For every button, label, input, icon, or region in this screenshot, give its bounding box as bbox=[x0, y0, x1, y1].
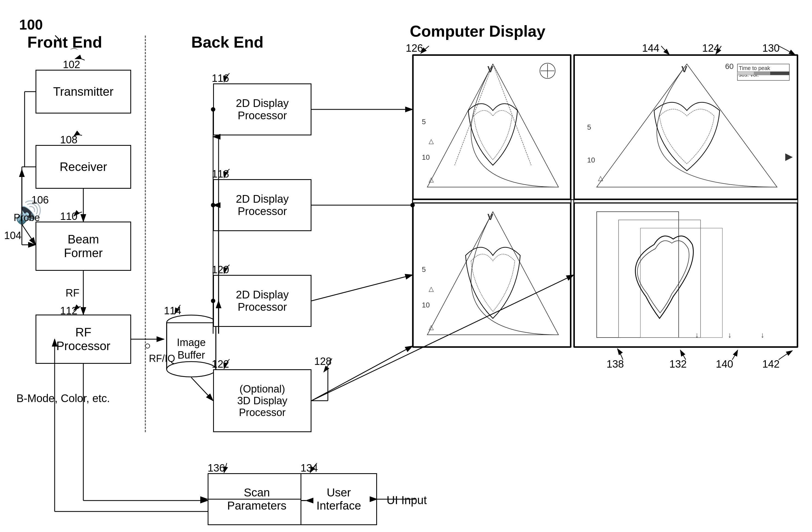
rf-label: RF bbox=[66, 287, 79, 299]
svg-text:10: 10 bbox=[422, 301, 430, 309]
transmitter-ref-arrow: ⌒ bbox=[70, 46, 78, 58]
svg-text:△: △ bbox=[429, 137, 434, 145]
svg-text:5: 5 bbox=[422, 117, 426, 126]
svg-text:V: V bbox=[681, 64, 687, 74]
display-panel-bottom-right-3d: ↓ ↓ ↓ bbox=[574, 202, 798, 347]
svg-line-40 bbox=[22, 224, 35, 245]
svg-text:▶: ▶ bbox=[785, 151, 793, 162]
svg-rect-21 bbox=[737, 72, 754, 75]
svg-text:V: V bbox=[488, 64, 493, 74]
display-panel-bottom-left: 5 10 V △ △ bbox=[412, 202, 571, 347]
svg-line-59 bbox=[311, 275, 412, 301]
svg-point-49 bbox=[145, 344, 150, 348]
ref-140-label: 140 bbox=[716, 358, 733, 370]
svg-text:10: 10 bbox=[587, 156, 595, 164]
svg-text:5: 5 bbox=[587, 123, 591, 131]
ref-128: 128 bbox=[314, 355, 331, 367]
scan-params-ref: 136 bbox=[208, 462, 225, 474]
beam-former-box: Beam Former bbox=[35, 222, 131, 271]
svg-text:10: 10 bbox=[422, 153, 430, 162]
display-3d-box: (Optional)3D DisplayProcessor bbox=[213, 369, 311, 432]
display-2d-3-box: 2D DisplayProcessor bbox=[213, 275, 311, 327]
svg-text:Time to peak: Time to peak bbox=[739, 65, 770, 71]
svg-text:V: V bbox=[488, 212, 493, 222]
svg-line-73 bbox=[311, 346, 412, 401]
svg-text:60: 60 bbox=[725, 62, 734, 71]
front-end-header: Front End bbox=[27, 33, 102, 51]
computer-display-header: Computer Display bbox=[410, 22, 545, 40]
display-2d-2-box: 2D DisplayProcessor bbox=[213, 179, 311, 231]
display-2d-1-box: 2D DisplayProcessor bbox=[213, 83, 311, 136]
ref-142-label: 142 bbox=[762, 358, 780, 370]
b-mode-label: B-Mode, Color, etc. bbox=[16, 391, 110, 405]
receiver-box: Receiver bbox=[35, 145, 131, 189]
scan-params-box: ScanParameters bbox=[208, 473, 306, 525]
svg-text:↓: ↓ bbox=[728, 331, 732, 339]
svg-text:△: △ bbox=[429, 323, 434, 331]
ref-138-label: 138 bbox=[607, 358, 624, 370]
transmitter-ref: 102 bbox=[63, 59, 80, 71]
probe-ref-106: 106 bbox=[31, 194, 49, 206]
probe-label: Probe bbox=[14, 212, 40, 223]
rf-processor-box: RF Processor bbox=[35, 314, 131, 364]
back-end-header: Back End bbox=[191, 33, 263, 51]
separator-line bbox=[145, 36, 146, 432]
svg-text:△: △ bbox=[429, 285, 434, 292]
display-2d-1-ref: 116 bbox=[212, 72, 229, 84]
ref-126: 126 bbox=[406, 42, 423, 54]
figure-number: 100 bbox=[19, 16, 43, 33]
svg-text:5: 5 bbox=[422, 265, 426, 274]
ref-130: 130 bbox=[762, 42, 780, 54]
display-panel-top-left: 5 10 V △ △ bbox=[412, 55, 571, 200]
svg-line-55 bbox=[191, 377, 213, 401]
svg-rect-32 bbox=[619, 220, 700, 337]
user-interface-ref: 134 bbox=[301, 462, 318, 474]
display-2d-3-ref: 120 bbox=[212, 264, 229, 276]
rf-iq-label: RF/IQ bbox=[149, 353, 175, 364]
display-2d-2-ref: 118 bbox=[212, 168, 229, 180]
transmitter-box: Transmitter bbox=[35, 70, 131, 113]
probe-ref-104: 104 bbox=[4, 230, 21, 241]
ref-124: 124 bbox=[702, 42, 720, 54]
svg-rect-22 bbox=[754, 72, 770, 75]
svg-text:△: △ bbox=[429, 176, 434, 183]
beam-former-ref: 110 bbox=[60, 211, 77, 222]
image-buffer-cylinder: ImageBuffer bbox=[164, 314, 219, 377]
svg-text:↓: ↓ bbox=[695, 331, 699, 339]
receiver-ref: 108 bbox=[60, 134, 77, 146]
display-panel-top-right: 5 10 V 60 Time to peak sos. vol. ▶ △ bbox=[574, 55, 798, 200]
svg-text:↓: ↓ bbox=[760, 331, 765, 339]
user-interface-box: UserInterface bbox=[301, 473, 377, 525]
ref-132-label: 132 bbox=[669, 358, 686, 370]
ui-input-label: UI Input bbox=[387, 494, 427, 507]
display-3d-ref: 122 bbox=[212, 358, 229, 370]
svg-rect-23 bbox=[770, 72, 789, 75]
svg-rect-33 bbox=[640, 228, 722, 337]
svg-text:△: △ bbox=[598, 174, 603, 182]
ref-144: 144 bbox=[642, 42, 659, 54]
